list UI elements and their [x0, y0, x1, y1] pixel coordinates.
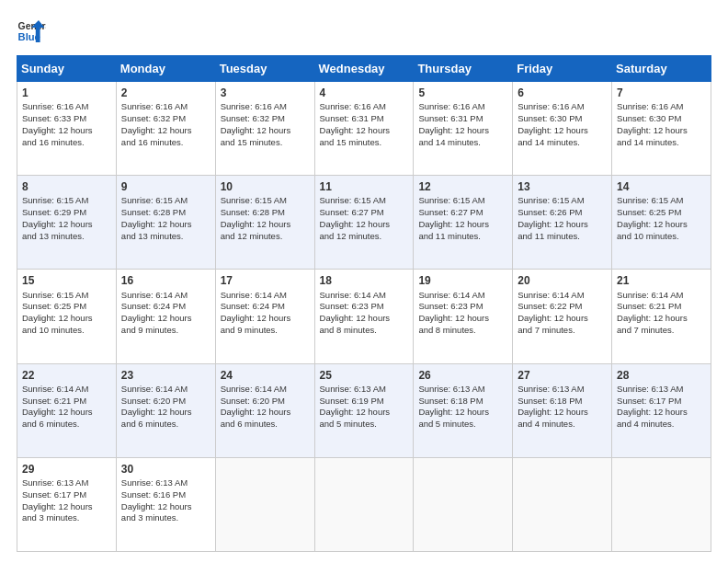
- calendar-cell: 8Sunrise: 6:15 AMSunset: 6:29 PMDaylight…: [17, 176, 117, 270]
- day-number: 24: [221, 368, 311, 383]
- calendar-cell: 1Sunrise: 6:16 AMSunset: 6:33 PMDaylight…: [17, 82, 117, 176]
- calendar-cell: 20Sunrise: 6:14 AMSunset: 6:22 PMDayligh…: [513, 270, 612, 363]
- day-info-line: Daylight: 12 hours: [221, 407, 311, 419]
- day-number: 27: [518, 368, 608, 383]
- day-number: 9: [121, 179, 211, 194]
- day-info-line: Daylight: 12 hours: [22, 407, 112, 419]
- calendar-week-3: 15Sunrise: 6:15 AMSunset: 6:25 PMDayligh…: [17, 270, 711, 363]
- day-info-line: Sunrise: 6:13 AM: [518, 384, 608, 396]
- day-info-line: and 8 minutes.: [418, 325, 508, 337]
- day-number: 17: [221, 273, 311, 288]
- calendar-cell: 28Sunrise: 6:13 AMSunset: 6:17 PMDayligh…: [612, 363, 711, 457]
- day-info-line: and 14 minutes.: [518, 137, 608, 149]
- day-info-line: and 7 minutes.: [617, 325, 707, 337]
- day-info-line: and 16 minutes.: [22, 137, 112, 149]
- day-info-line: Daylight: 12 hours: [518, 219, 608, 231]
- day-number: 29: [22, 462, 112, 477]
- calendar-cell: [612, 457, 711, 551]
- day-info-line: Sunrise: 6:14 AM: [121, 384, 211, 396]
- day-info-line: Daylight: 12 hours: [221, 313, 311, 325]
- day-info-line: Sunrise: 6:14 AM: [221, 384, 311, 396]
- day-info-line: Sunrise: 6:15 AM: [518, 195, 608, 207]
- day-info-line: Daylight: 12 hours: [121, 313, 211, 325]
- calendar-cell: 23Sunrise: 6:14 AMSunset: 6:20 PMDayligh…: [116, 363, 215, 457]
- calendar-cell: 17Sunrise: 6:14 AMSunset: 6:24 PMDayligh…: [215, 270, 314, 363]
- day-info-line: Sunset: 6:30 PM: [518, 113, 608, 125]
- day-info-line: Sunrise: 6:16 AM: [221, 101, 311, 113]
- day-info-line: Sunset: 6:23 PM: [320, 301, 410, 313]
- day-info-line: Daylight: 12 hours: [121, 125, 211, 137]
- day-info-line: Sunrise: 6:13 AM: [418, 384, 508, 396]
- day-info-line: Daylight: 12 hours: [518, 407, 608, 419]
- day-info-line: Sunset: 6:20 PM: [221, 396, 311, 408]
- day-info-line: Sunrise: 6:16 AM: [418, 101, 508, 113]
- day-header-friday: Friday: [513, 56, 612, 82]
- day-info-line: Daylight: 12 hours: [221, 219, 311, 231]
- day-info-line: Sunrise: 6:14 AM: [518, 290, 608, 302]
- day-info-line: Daylight: 12 hours: [320, 407, 410, 419]
- day-info-line: Sunrise: 6:14 AM: [121, 290, 211, 302]
- day-info-line: Sunrise: 6:13 AM: [22, 477, 112, 489]
- calendar-cell: 27Sunrise: 6:13 AMSunset: 6:18 PMDayligh…: [513, 363, 612, 457]
- day-number: 7: [617, 86, 707, 100]
- day-info-line: Daylight: 12 hours: [617, 125, 707, 137]
- day-info-line: and 11 minutes.: [518, 231, 608, 243]
- day-info-line: and 15 minutes.: [221, 137, 311, 149]
- day-info-line: Sunset: 6:28 PM: [221, 207, 311, 219]
- day-info-line: and 6 minutes.: [221, 419, 311, 431]
- calendar-cell: 10Sunrise: 6:15 AMSunset: 6:28 PMDayligh…: [215, 176, 314, 270]
- day-info-line: Sunset: 6:18 PM: [418, 396, 508, 408]
- day-info-line: and 15 minutes.: [320, 137, 410, 149]
- header: General Blue: [17, 17, 711, 46]
- day-info-line: and 14 minutes.: [418, 137, 508, 149]
- day-info-line: Daylight: 12 hours: [418, 313, 508, 325]
- day-info-line: and 16 minutes.: [121, 137, 211, 149]
- calendar-cell: 14Sunrise: 6:15 AMSunset: 6:25 PMDayligh…: [612, 176, 711, 270]
- day-info-line: Sunset: 6:31 PM: [418, 113, 508, 125]
- day-info-line: Sunset: 6:17 PM: [22, 489, 112, 501]
- page: General Blue SundayMondayTuesdayWednesda…: [0, 0, 728, 563]
- day-number: 2: [121, 86, 211, 100]
- day-number: 16: [121, 273, 211, 288]
- day-info-line: Daylight: 12 hours: [22, 125, 112, 137]
- day-info-line: and 9 minutes.: [221, 325, 311, 337]
- calendar-cell: 9Sunrise: 6:15 AMSunset: 6:28 PMDaylight…: [116, 176, 215, 270]
- day-info-line: Sunrise: 6:13 AM: [121, 477, 211, 489]
- day-info-line: Sunrise: 6:15 AM: [617, 195, 707, 207]
- calendar-cell: 18Sunrise: 6:14 AMSunset: 6:23 PMDayligh…: [314, 270, 414, 363]
- day-info-line: Sunset: 6:20 PM: [121, 396, 211, 408]
- day-info-line: and 13 minutes.: [22, 231, 112, 243]
- day-info-line: Sunrise: 6:16 AM: [617, 101, 707, 113]
- calendar-cell: 16Sunrise: 6:14 AMSunset: 6:24 PMDayligh…: [116, 270, 215, 363]
- day-number: 1: [22, 86, 112, 100]
- day-number: 6: [518, 86, 608, 100]
- calendar-week-5: 29Sunrise: 6:13 AMSunset: 6:17 PMDayligh…: [17, 457, 711, 551]
- calendar-cell: 22Sunrise: 6:14 AMSunset: 6:21 PMDayligh…: [17, 363, 117, 457]
- calendar-cell: 3Sunrise: 6:16 AMSunset: 6:32 PMDaylight…: [215, 82, 314, 176]
- calendar-cell: 24Sunrise: 6:14 AMSunset: 6:20 PMDayligh…: [215, 363, 314, 457]
- calendar-cell: 26Sunrise: 6:13 AMSunset: 6:18 PMDayligh…: [414, 363, 513, 457]
- day-info-line: and 10 minutes.: [22, 325, 112, 337]
- day-info-line: Daylight: 12 hours: [418, 407, 508, 419]
- day-info-line: Sunrise: 6:14 AM: [617, 290, 707, 302]
- day-header-monday: Monday: [116, 56, 215, 82]
- calendar-cell: 7Sunrise: 6:16 AMSunset: 6:30 PMDaylight…: [612, 82, 711, 176]
- day-number: 14: [617, 179, 707, 194]
- day-info-line: Daylight: 12 hours: [22, 313, 112, 325]
- calendar-cell: 12Sunrise: 6:15 AMSunset: 6:27 PMDayligh…: [414, 176, 513, 270]
- day-info-line: Sunrise: 6:16 AM: [320, 101, 410, 113]
- day-info-line: Daylight: 12 hours: [22, 501, 112, 513]
- day-number: 20: [518, 273, 608, 288]
- day-info-line: Daylight: 12 hours: [320, 313, 410, 325]
- day-info-line: and 12 minutes.: [320, 231, 410, 243]
- day-info-line: and 3 minutes.: [121, 512, 211, 524]
- day-info-line: Sunrise: 6:16 AM: [22, 101, 112, 113]
- day-header-tuesday: Tuesday: [215, 56, 314, 82]
- calendar-cell: 6Sunrise: 6:16 AMSunset: 6:30 PMDaylight…: [513, 82, 612, 176]
- day-info-line: Sunset: 6:21 PM: [22, 396, 112, 408]
- day-info-line: Sunrise: 6:13 AM: [617, 384, 707, 396]
- calendar-cell: [314, 457, 414, 551]
- calendar-cell: 11Sunrise: 6:15 AMSunset: 6:27 PMDayligh…: [314, 176, 414, 270]
- day-info-line: Daylight: 12 hours: [22, 219, 112, 231]
- calendar-cell: [215, 457, 314, 551]
